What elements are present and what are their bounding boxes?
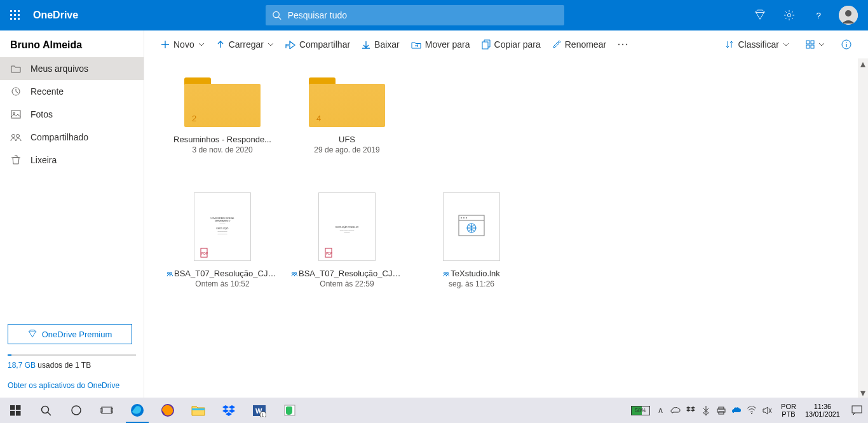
sidebar-item-label: Recente bbox=[31, 86, 64, 97]
tile-name: BSA_T07_Resolução_CJ_... bbox=[291, 269, 403, 278]
windows-taskbar: W1 58% ᴧ POR PTB 11:36 13/01/2021 bbox=[0, 398, 868, 423]
command-bar: Novo Carregar Compartilhar Baixar Mover … bbox=[144, 30, 868, 58]
cmd-new[interactable]: Novo bbox=[156, 36, 210, 53]
storage-used: 18,7 GB bbox=[8, 361, 36, 370]
start-button[interactable] bbox=[0, 398, 31, 423]
cmd-download[interactable]: Baixar bbox=[356, 36, 405, 53]
folder-thumbnail: 4 bbox=[309, 77, 385, 127]
notifications-icon bbox=[851, 405, 862, 415]
svg-rect-50 bbox=[16, 411, 21, 416]
file-tile[interactable]: TeXstudio.lnk seg. às 11:26 bbox=[412, 192, 531, 288]
search-box[interactable] bbox=[266, 5, 564, 25]
folder-tile[interactable]: 4 UFS 29 de ago. de 2019 bbox=[288, 77, 406, 154]
onedrive-sync-icon[interactable] bbox=[670, 405, 681, 415]
word-icon: W1 bbox=[252, 403, 266, 417]
sidebar-item-recycle-bin[interactable]: Lixeira bbox=[0, 149, 144, 171]
search-button[interactable] bbox=[31, 398, 61, 423]
battery-indicator[interactable]: 58% bbox=[631, 406, 650, 415]
sidebar-item-photos[interactable]: Fotos bbox=[0, 103, 144, 126]
clock[interactable]: 11:36 13/01/2021 bbox=[800, 403, 845, 418]
onedrive-tray-icon[interactable] bbox=[731, 405, 742, 415]
app-launcher-button[interactable] bbox=[5, 5, 25, 25]
sidebar-item-my-files[interactable]: Meus arquivos bbox=[0, 57, 144, 80]
settings-button[interactable] bbox=[780, 6, 798, 24]
svg-rect-20 bbox=[482, 42, 488, 49]
evernote-icon bbox=[283, 404, 296, 417]
account-avatar[interactable] bbox=[839, 6, 858, 25]
storage-text[interactable]: 18,7 GB usados de 1 TB bbox=[8, 361, 136, 370]
tray-chevron-icon[interactable]: ᴧ bbox=[655, 405, 665, 415]
cortana-button[interactable] bbox=[61, 398, 92, 423]
svg-point-34 bbox=[170, 272, 172, 274]
svg-rect-4 bbox=[14, 14, 16, 16]
taskbar-app-dropbox[interactable] bbox=[214, 398, 244, 423]
pdf-icon: PDF bbox=[324, 248, 333, 258]
svg-rect-24 bbox=[806, 41, 810, 44]
help-button[interactable]: ? bbox=[810, 6, 827, 24]
dropbox-tray-icon[interactable] bbox=[686, 405, 696, 415]
svg-text:PDF: PDF bbox=[201, 252, 208, 255]
scroll-down-icon[interactable]: ▾ bbox=[858, 387, 868, 398]
search-input[interactable] bbox=[288, 10, 558, 20]
tile-name: Resuminhos - Responde... bbox=[173, 135, 271, 144]
sidebar-item-recent[interactable]: Recente bbox=[0, 80, 144, 103]
download-icon bbox=[362, 40, 370, 49]
plus-icon bbox=[161, 40, 170, 49]
svg-point-22 bbox=[622, 44, 623, 45]
cmd-label: Carregar bbox=[229, 39, 264, 50]
wifi-icon[interactable] bbox=[747, 405, 757, 415]
cmd-upload[interactable]: Carregar bbox=[211, 36, 279, 53]
task-view-icon bbox=[100, 405, 113, 415]
cmd-rename[interactable]: Renomear bbox=[547, 36, 611, 53]
scroll-up-icon[interactable]: ▴ bbox=[858, 58, 868, 69]
pdf-thumbnail: RESOLUÇÃO CONSELHO—— —— —————— PDF bbox=[318, 192, 376, 261]
cmd-copy[interactable]: Copiar para bbox=[477, 36, 546, 53]
premium-button[interactable]: OneDrive Premium bbox=[8, 324, 132, 344]
storage-bar bbox=[8, 354, 136, 356]
pdf-thumbnail: UNIVERSIDADE FEDERALDEPARTAMENTO———RESOL… bbox=[194, 192, 251, 261]
svg-point-21 bbox=[618, 44, 620, 45]
folder-tile[interactable]: 2 Resuminhos - Responde... 3 de nov. de … bbox=[163, 77, 281, 154]
svg-rect-0 bbox=[10, 10, 12, 12]
info-icon bbox=[841, 39, 851, 50]
scrollbar[interactable]: ▴ ▾ bbox=[858, 58, 868, 398]
tile-name: TeXstudio.lnk bbox=[443, 269, 499, 278]
language-indicator[interactable]: POR PTB bbox=[777, 403, 800, 418]
tiles-view-icon bbox=[806, 40, 815, 49]
svg-rect-6 bbox=[10, 18, 12, 20]
task-view-button[interactable] bbox=[92, 398, 122, 423]
cmd-sort[interactable]: Classificar bbox=[720, 36, 794, 53]
svg-line-10 bbox=[278, 17, 281, 20]
taskbar-app-evernote[interactable] bbox=[275, 398, 305, 423]
premium-diamond-button[interactable] bbox=[751, 6, 769, 24]
svg-rect-27 bbox=[811, 45, 814, 48]
tray-icons[interactable]: 58% ᴧ bbox=[626, 405, 777, 415]
file-tile[interactable]: UNIVERSIDADE FEDERALDEPARTAMENTO———RESOL… bbox=[163, 192, 281, 288]
svg-point-37 bbox=[292, 272, 294, 274]
taskbar-app-word[interactable]: W1 bbox=[244, 398, 275, 423]
action-center-button[interactable] bbox=[845, 398, 868, 423]
sidebar-item-shared[interactable]: Compartilhado bbox=[0, 126, 144, 149]
cmd-view[interactable] bbox=[801, 36, 830, 53]
diamond-icon bbox=[754, 10, 766, 21]
svg-point-43 bbox=[466, 217, 467, 218]
cmd-move[interactable]: Mover para bbox=[406, 36, 475, 53]
dropbox-icon bbox=[222, 405, 235, 416]
taskbar-app-edge[interactable] bbox=[122, 398, 153, 423]
rename-icon bbox=[552, 40, 561, 49]
files-grid: 2 Resuminhos - Responde... 3 de nov. de … bbox=[144, 58, 868, 307]
get-apps-link[interactable]: Obter os aplicativos do OneDrive bbox=[8, 381, 136, 390]
app-name[interactable]: OneDrive bbox=[33, 10, 78, 21]
cmd-share[interactable]: Compartilhar bbox=[280, 36, 355, 53]
volume-icon[interactable] bbox=[762, 405, 772, 415]
premium-button-label: OneDrive Premium bbox=[42, 330, 112, 339]
printer-icon[interactable] bbox=[716, 405, 726, 415]
cmd-overflow[interactable] bbox=[613, 39, 633, 50]
cmd-info[interactable] bbox=[836, 36, 857, 53]
bluetooth-icon[interactable] bbox=[701, 405, 711, 415]
taskbar-app-firefox[interactable] bbox=[153, 398, 183, 423]
file-tile[interactable]: RESOLUÇÃO CONSELHO—— —— —————— PDF BSA_T… bbox=[288, 192, 406, 288]
taskbar-app-explorer[interactable] bbox=[183, 398, 214, 423]
svg-point-29 bbox=[846, 42, 847, 43]
link-thumbnail bbox=[443, 192, 500, 261]
